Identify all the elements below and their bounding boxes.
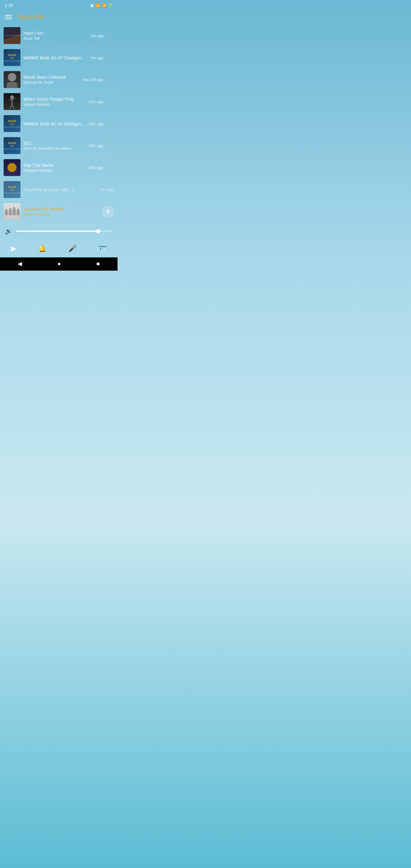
song-right-321: 15m ago⋮: [88, 141, 114, 150]
svg-line-4: [12, 104, 14, 108]
song-right-when-gods-people-pray: 14m ago⋮: [88, 97, 114, 106]
signal-icon: 📶: [102, 3, 106, 7]
song-right-wmwx-7: 4m ago⋮: [91, 53, 114, 62]
menu-button[interactable]: [5, 15, 12, 19]
song-artist-321: Give To TouchFM at radioto...: [24, 146, 85, 151]
song-right-here-i-am: 4m ago⋮: [91, 31, 114, 40]
svg-point-0: [10, 95, 14, 99]
song-artwork-wmwx-1: touchfmtoday's christian classics: [4, 115, 21, 132]
song-time-wmwx-1: 14m ago: [88, 121, 104, 126]
song-right-never-been-unloved: 9m 13s ago⋮: [83, 75, 114, 84]
more-options-button-say-the-name[interactable]: ⋮: [105, 163, 114, 173]
bottom-nav: ▶ 🔔 🎤 🪪: [0, 240, 118, 257]
song-artwork-wmwx-7: touchfmtoday's christian classics: [4, 49, 21, 66]
song-artwork-say-the-name: [4, 159, 21, 176]
song-time-say-the-name: 20m ago: [88, 165, 104, 170]
song-info-say-the-name: Say The NameMargaret Becker: [24, 162, 85, 173]
song-time-321: 15m ago: [88, 144, 104, 148]
song-item-say-the-name[interactable]: Say The NameMargaret Becker20m ago⋮: [0, 157, 118, 179]
mic-nav-button[interactable]: 🎤: [64, 244, 81, 254]
song-info-when-gods-people-pray: When God's People PrayWayne Watson: [24, 96, 85, 107]
more-options-button-here-i-am[interactable]: ⋮: [105, 31, 114, 40]
song-item-wmwx-1[interactable]: touchfmtoday's christian classicsWMWX Br…: [0, 113, 118, 135]
song-artwork-321: touchfmtoday's christian classics: [4, 137, 21, 154]
song-artist-never-been-unloved: Michael W. Smith: [24, 80, 80, 85]
song-right-you-are-the-answer: ⏸: [102, 206, 114, 218]
song-title-wmwx-7: WMWX Brite AC #7 Shotgun...: [24, 55, 88, 60]
song-title-touch-fm-bumper: TouchFM Bumper #06 - 1: [24, 187, 96, 192]
song-item-here-i-am[interactable]: CHRISTIAN WISDOMHere I AmRuss Taff4m ago…: [0, 25, 118, 47]
home-button[interactable]: ●: [58, 261, 61, 267]
battery-icon: 🔋: [108, 3, 113, 7]
svg-line-3: [10, 104, 12, 108]
song-item-when-gods-people-pray[interactable]: When God's People PrayWayne Watson14m ag…: [0, 91, 118, 113]
song-artwork-never-been-unloved: [4, 71, 21, 88]
song-time-wmwx-7: 4m ago: [91, 56, 104, 60]
song-item-321[interactable]: touchfmtoday's christian classics321Give…: [0, 135, 118, 157]
more-options-button-never-been-unloved[interactable]: ⋮: [105, 75, 114, 84]
song-time-when-gods-people-pray: 14m ago: [88, 99, 104, 104]
more-options-button-wmwx-1[interactable]: ⋮: [105, 119, 114, 128]
song-artwork-you-are-the-answer: [4, 203, 21, 220]
wifi-icon: 📶: [96, 3, 100, 7]
song-item-wmwx-7[interactable]: touchfmtoday's christian classicsWMWX Br…: [0, 47, 118, 69]
song-info-never-been-unloved: Never Been UnlovedMichael W. Smith: [24, 74, 80, 85]
status-icons: ▣ 📶 📶 🔋: [90, 3, 113, 7]
song-artwork-here-i-am: CHRISTIAN WISDOM: [4, 27, 21, 44]
song-info-you-are-the-answer: You Are The AnswerPoint Of Grace: [24, 207, 99, 217]
song-title-never-been-unloved: Never Been Unloved: [24, 74, 80, 80]
notifications-nav-button[interactable]: 🔔: [33, 244, 51, 254]
more-options-button-wmwx-7[interactable]: ⋮: [105, 53, 114, 62]
song-item-touch-fm-bumper[interactable]: touchfmtoday's christian classicsTouchFM…: [0, 179, 118, 201]
song-title-wmwx-1: WMWX Brite AC #1 Shotgun...: [24, 121, 85, 126]
back-button[interactable]: ◀: [18, 260, 22, 267]
volume-thumb[interactable]: [96, 229, 100, 233]
song-right-touch-fm-bumper: 20m ago: [98, 187, 114, 192]
play-icon: ▶: [11, 245, 16, 253]
mic-icon: 🎤: [68, 245, 76, 253]
song-right-say-the-name: 20m ago⋮: [88, 163, 114, 173]
recent-button[interactable]: ■: [96, 261, 100, 267]
song-info-touch-fm-bumper: TouchFM Bumper #06 - 1: [24, 187, 96, 192]
status-time: 1:30: [5, 3, 13, 8]
song-artist-when-gods-people-pray: Wayne Watson: [24, 102, 85, 107]
pause-icon: ⏸: [105, 209, 110, 215]
song-artwork-when-gods-people-pray: [4, 93, 21, 110]
song-info-wmwx-7: WMWX Brite AC #7 Shotgun...: [24, 55, 88, 60]
song-artist-you-are-the-answer: Point Of Grace: [24, 212, 99, 217]
song-title-when-gods-people-pray: When God's People Pray: [24, 96, 85, 101]
song-title-you-are-the-answer: You Are The Answer: [24, 207, 99, 212]
song-artwork-touch-fm-bumper: touchfmtoday's christian classics: [4, 181, 21, 198]
app-title: TouchFM: [17, 13, 44, 21]
song-time-never-been-unloved: 9m 13s ago: [83, 78, 104, 82]
song-item-you-are-the-answer[interactable]: You Are The AnswerPoint Of Grace⏸: [0, 201, 118, 223]
song-info-here-i-am: Here I AmRuss Taff: [24, 30, 88, 41]
song-title-321: 321: [24, 141, 85, 146]
status-bar: 1:30 ▣ 📶 📶 🔋: [0, 0, 118, 11]
more-options-button-321[interactable]: ⋮: [105, 141, 114, 150]
song-title-say-the-name: Say The Name: [24, 162, 85, 167]
volume-slider[interactable]: [16, 230, 113, 232]
notification-icon: ▣: [90, 3, 94, 7]
bell-icon: 🔔: [38, 245, 46, 253]
song-artist-here-i-am: Russ Taff: [24, 36, 88, 41]
song-title-here-i-am: Here I Am: [24, 30, 88, 36]
play-nav-button[interactable]: ▶: [6, 244, 21, 254]
pause-button[interactable]: ⏸: [102, 206, 114, 218]
song-right-wmwx-1: 14m ago⋮: [88, 119, 114, 128]
more-options-button-when-gods-people-pray[interactable]: ⋮: [105, 97, 114, 106]
system-nav: ◀ ● ■: [0, 257, 118, 271]
header: TouchFM: [0, 11, 118, 25]
volume-icon: 🔊: [5, 227, 12, 235]
player-section: 🔊: [0, 224, 118, 237]
contact-nav-button[interactable]: 🪪: [94, 244, 112, 254]
volume-row: 🔊: [5, 227, 113, 235]
song-item-never-been-unloved[interactable]: Never Been UnlovedMichael W. Smith9m 13s…: [0, 69, 118, 91]
song-time-here-i-am: 4m ago: [91, 33, 104, 38]
song-list: CHRISTIAN WISDOMHere I AmRuss Taff4m ago…: [0, 25, 118, 223]
song-time-touch-fm-bumper: 20m ago: [98, 187, 114, 192]
song-artist-say-the-name: Margaret Becker: [24, 168, 85, 173]
contact-icon: 🪪: [98, 245, 107, 253]
song-info-wmwx-1: WMWX Brite AC #1 Shotgun...: [24, 121, 85, 126]
song-info-321: 321Give To TouchFM at radioto...: [24, 141, 85, 151]
